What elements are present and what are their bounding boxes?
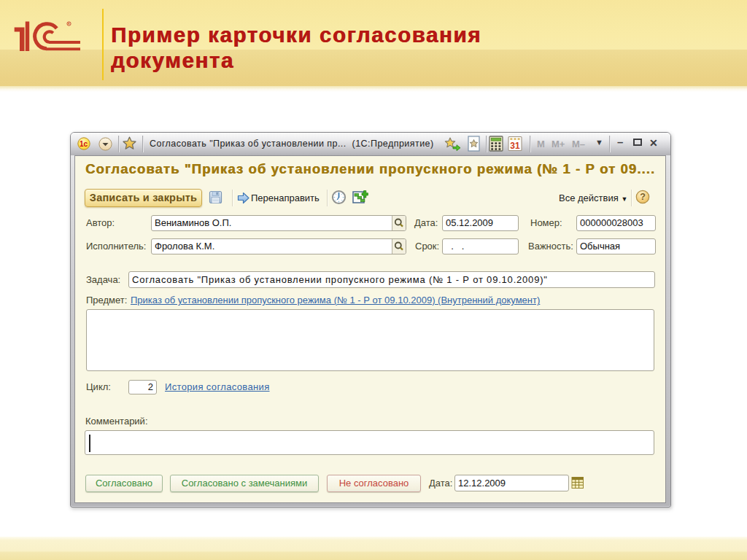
svg-text:31: 31	[510, 141, 520, 151]
svg-text:?: ?	[640, 192, 646, 202]
svg-text:1с: 1с	[80, 140, 88, 148]
